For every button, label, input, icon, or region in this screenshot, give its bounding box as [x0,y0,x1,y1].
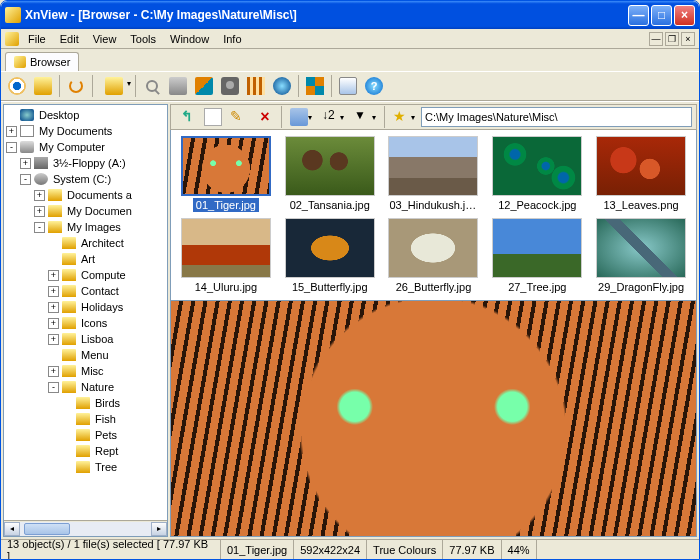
expand-toggle[interactable]: + [48,286,59,297]
search-button[interactable] [140,74,164,98]
expand-toggle[interactable]: - [6,142,17,153]
open-button[interactable] [31,74,55,98]
mdi-minimize-button[interactable]: — [649,32,663,46]
edit-button[interactable]: ✎ [227,105,251,129]
preview-image [171,301,696,536]
thumbnail[interactable]: 29_DragonFly.jpg [592,218,690,294]
up-button[interactable]: ↰ [175,105,199,129]
thumbnail[interactable]: 14_Uluru.jpg [177,218,275,294]
tree-node[interactable]: +Holidays [6,299,165,315]
delete-button[interactable]: × [253,105,277,129]
tree-node[interactable]: Rept [6,443,165,459]
expand-toggle[interactable]: + [34,190,45,201]
tree-node[interactable]: +Misc [6,363,165,379]
expand-toggle[interactable]: + [48,302,59,313]
help-button[interactable]: ? [362,74,386,98]
separator [281,106,282,128]
close-button[interactable]: × [674,5,695,26]
thumbnail[interactable]: 27_Tree.jpg [488,218,586,294]
expand-toggle[interactable]: + [48,318,59,329]
expand-toggle[interactable]: - [34,222,45,233]
expand-toggle[interactable]: - [48,382,59,393]
tree-node[interactable]: Pets [6,427,165,443]
expand-toggle[interactable]: + [34,206,45,217]
menu-file[interactable]: File [21,31,53,47]
fullscreen-button[interactable] [5,74,29,98]
tree-node[interactable]: -My Images [6,219,165,235]
tree-node[interactable]: Desktop [6,107,165,123]
clipboard-button[interactable] [336,74,360,98]
menu-info[interactable]: Info [216,31,248,47]
view-mode-button[interactable]: ▾ [286,105,316,129]
tree-node[interactable]: Menu [6,347,165,363]
sort-button[interactable]: ↓2▾ [318,105,348,129]
rotate-icon [69,79,83,93]
tab-browser[interactable]: Browser [5,52,79,72]
folder-icon [48,189,62,201]
convert-icon [195,77,213,95]
expand-toggle[interactable]: + [6,126,17,137]
thumbnail[interactable]: 13_Leaves.png [592,136,690,212]
filter-button[interactable]: ▼▾ [350,105,380,129]
tree-node[interactable]: -System (C:) [6,171,165,187]
menu-window[interactable]: Window [163,31,216,47]
tree-node[interactable]: Art [6,251,165,267]
sort-icon: ↓2 [322,108,340,126]
menu-tools[interactable]: Tools [123,31,163,47]
path-input[interactable] [425,111,688,123]
tree-node[interactable]: Architect [6,235,165,251]
tree-node[interactable]: +Compute [6,267,165,283]
tree-node[interactable]: Fish [6,411,165,427]
tree-node[interactable]: -My Computer [6,139,165,155]
thumbnail[interactable]: 03_Hindukush.jpg [385,136,483,212]
tree-node[interactable]: +Icons [6,315,165,331]
separator [92,75,93,97]
tree-node[interactable]: +Lisboa [6,331,165,347]
new-button[interactable] [201,105,225,129]
status-size: 77.97 KB [443,540,501,559]
folder-icon [76,413,90,425]
capture-button[interactable] [218,74,242,98]
tree-node[interactable]: Tree [6,459,165,475]
scroll-thumb[interactable] [24,523,70,535]
expand-toggle[interactable]: + [20,158,31,169]
mdi-restore-button[interactable]: ❐ [665,32,679,46]
thumbnail[interactable]: 01_Tiger.jpg [177,136,275,212]
favorites-button[interactable]: ★▾ [389,105,419,129]
tree-node[interactable]: -Nature [6,379,165,395]
separator [331,75,332,97]
folder-tree[interactable]: Desktop+My Documents-My Computer+3½-Flop… [4,105,167,520]
scroll-left-button[interactable]: ◂ [4,522,20,536]
mdi-close-button[interactable]: × [681,32,695,46]
scroll-track[interactable] [20,522,151,536]
slideshow-button[interactable] [244,74,268,98]
thumbnail[interactable]: 02_Tansania.jpg [281,136,379,212]
rotate-button[interactable] [64,74,88,98]
tree-node[interactable]: Birds [6,395,165,411]
tree-node-label: Birds [93,397,122,409]
tree-node[interactable]: +3½-Floppy (A:) [6,155,165,171]
options-button[interactable] [303,74,327,98]
thumbnail[interactable]: 12_Peacock.jpg [488,136,586,212]
tree-node[interactable]: +My Documen [6,203,165,219]
tree-scrollbar[interactable]: ◂ ▸ [4,520,167,536]
menu-edit[interactable]: Edit [53,31,86,47]
thumbnail[interactable]: 26_Butterfly.jpg [385,218,483,294]
convert-button[interactable] [192,74,216,98]
minimize-button[interactable]: — [628,5,649,26]
expand-toggle[interactable]: + [48,270,59,281]
thumbnail[interactable]: 15_Butterfly.jpg [281,218,379,294]
maximize-button[interactable]: □ [651,5,672,26]
tree-node[interactable]: +Contact [6,283,165,299]
print-button[interactable] [166,74,190,98]
expand-toggle[interactable]: - [20,174,31,185]
tree-node[interactable]: +My Documents [6,123,165,139]
web-button[interactable] [270,74,294,98]
tree-node[interactable]: +Documents a [6,187,165,203]
menu-view[interactable]: View [86,31,124,47]
expand-toggle[interactable]: + [48,366,59,377]
recent-button[interactable] [97,74,131,98]
scroll-right-button[interactable]: ▸ [151,522,167,536]
expand-toggle[interactable]: + [48,334,59,345]
folder-icon [62,381,76,393]
